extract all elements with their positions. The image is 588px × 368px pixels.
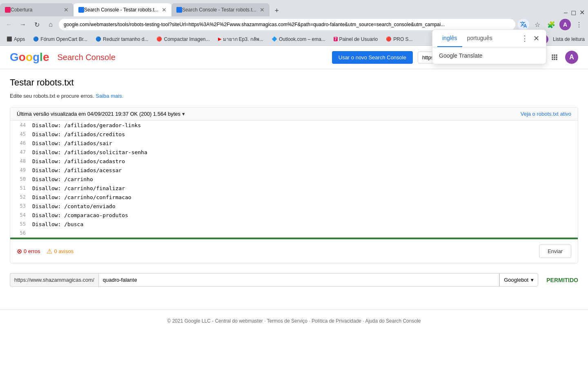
line-content: Allow: / bbox=[31, 239, 578, 240]
translate-body: Google Translate bbox=[432, 47, 546, 64]
youtube-icon: ▶ bbox=[218, 36, 221, 42]
code-lines: 44Disallow: /afiliados/gerador-links45Di… bbox=[10, 121, 578, 239]
translate-close-icon[interactable]: ✕ bbox=[532, 32, 541, 45]
bookmark-label: Reduzir tamanho d... bbox=[103, 36, 148, 42]
apps-icon: ⬛ bbox=[7, 36, 12, 42]
tab-close-icon[interactable]: ✕ bbox=[260, 7, 265, 13]
bookmark-label: มายาก Ep3. กลัพ... bbox=[223, 35, 263, 43]
line-content: Disallow: /comparacao-produtos bbox=[31, 212, 578, 218]
bookmark-apps[interactable]: ⬛ Apps bbox=[3, 36, 28, 43]
tab-ingles[interactable]: inglês bbox=[437, 30, 462, 47]
code-line: 46Disallow: /afiliados/sair bbox=[10, 139, 578, 148]
menu-icon[interactable]: ⋮ bbox=[573, 19, 585, 30]
version-text: Última versão visualizada em 04/09/2021 … bbox=[17, 111, 180, 117]
line-number: 56 bbox=[10, 230, 31, 236]
line-content: Disallow: /afiliados/gerador-links bbox=[31, 122, 578, 128]
line-number: 47 bbox=[10, 149, 31, 155]
translate-menu-icon[interactable]: ⋮ bbox=[519, 32, 530, 45]
user-agent-label: Googlebot bbox=[504, 277, 528, 283]
page-content: Google Search Console Usar o novo Search… bbox=[0, 46, 588, 357]
tab-portugues[interactable]: português bbox=[462, 30, 497, 47]
bookmark-icon[interactable]: ☆ bbox=[532, 19, 543, 30]
line-content: Disallow: /carrinho bbox=[31, 176, 578, 182]
maximize-icon[interactable]: ◻ bbox=[571, 9, 576, 16]
url-test-base: https://www.shazammagicas.com/ bbox=[10, 273, 98, 287]
warnings-indicator: ⚠ 0 avisos bbox=[47, 247, 74, 255]
tab-title: Search Console - Testar robots.t... bbox=[84, 7, 158, 13]
status-bar: ⊗ 0 erros ⚠ 0 avisos Enviar bbox=[10, 239, 578, 263]
bookmark-label: Fórum OpenCart Br... bbox=[40, 36, 87, 42]
code-line: 44Disallow: /afiliados/gerador-links bbox=[10, 121, 578, 130]
bookmark-forum[interactable]: 🔵 Fórum OpenCart Br... bbox=[30, 36, 91, 43]
outlook-icon: 🔷 bbox=[272, 36, 277, 42]
tab-search-console-1[interactable]: Search Console - Testar robots.t... ✕ bbox=[74, 3, 172, 16]
errors-indicator: ⊗ 0 erros bbox=[17, 247, 40, 255]
tab-favicon bbox=[176, 7, 182, 13]
reduzir-icon: 🔵 bbox=[96, 36, 101, 42]
reading-list-label[interactable]: Lista de leitura bbox=[553, 36, 585, 42]
bookmark-compactar[interactable]: 🔴 Compactar Imagen... bbox=[153, 36, 213, 43]
bookmark-label: PRO S... bbox=[393, 36, 412, 42]
line-content: Disallow: /afiliados/sair bbox=[31, 140, 578, 146]
profile-icon[interactable]: A bbox=[559, 19, 571, 30]
bookmark-youtube[interactable]: ▶ มายาก Ep3. กลัพ... bbox=[215, 34, 267, 44]
line-number: 46 bbox=[10, 140, 31, 146]
saiba-mais-link[interactable]: Saiba mais. bbox=[96, 93, 123, 99]
url-test-area: https://www.shazammagicas.com/ Googlebot… bbox=[10, 267, 578, 293]
apps-grid-icon[interactable] bbox=[549, 52, 560, 63]
home-button[interactable]: ⌂ bbox=[45, 19, 56, 30]
tab-title: Search Console - Testar robots.t... bbox=[182, 7, 256, 13]
warnings-count: 0 avisos bbox=[54, 248, 74, 254]
address-input[interactable] bbox=[59, 19, 515, 30]
line-content: Disallow: /busca bbox=[31, 221, 578, 227]
bookmark-pros[interactable]: 🔴 PRO S... bbox=[383, 36, 416, 43]
refresh-button[interactable]: ↻ bbox=[31, 19, 42, 30]
bookmark-label: Outlook.com – ema... bbox=[279, 36, 325, 42]
line-content: Disallow: /contato/enviado bbox=[31, 203, 578, 209]
bookmark-painel[interactable]: 7 Painel de Usuario bbox=[330, 36, 381, 43]
back-button[interactable]: ← bbox=[3, 19, 15, 30]
line-number: 53 bbox=[10, 203, 31, 209]
compactar-icon: 🔴 bbox=[156, 36, 162, 42]
bookmark-reduzir[interactable]: 🔵 Reduzir tamanho d... bbox=[92, 36, 151, 43]
url-test-input[interactable] bbox=[98, 273, 499, 287]
new-tab-button[interactable]: + bbox=[271, 5, 283, 16]
bookmark-label: Apps bbox=[14, 36, 25, 42]
code-line: 48Disallow: /afiliados/cadastro bbox=[10, 157, 578, 166]
chevron-down-icon: ▾ bbox=[531, 277, 534, 283]
line-number: 49 bbox=[10, 167, 31, 173]
robots-code-area: 44Disallow: /afiliados/gerador-links45Di… bbox=[10, 121, 578, 239]
tab-cobertura[interactable]: Cobertura ✕ bbox=[0, 3, 74, 16]
extensions-icon[interactable]: 🧩 bbox=[546, 19, 557, 30]
tab-title: Cobertura bbox=[11, 7, 60, 13]
line-content: Disallow: /afiliados/solicitar-senha bbox=[31, 149, 578, 155]
line-number: 50 bbox=[10, 176, 31, 182]
warning-icon: ⚠ bbox=[47, 247, 52, 255]
translate-icon[interactable] bbox=[518, 19, 529, 30]
close-window-icon[interactable]: ✕ bbox=[579, 9, 585, 16]
use-new-search-console-button[interactable]: Usar o novo Search Console bbox=[332, 51, 413, 64]
tab-close-icon[interactable]: ✕ bbox=[64, 7, 69, 13]
send-button[interactable]: Enviar bbox=[539, 245, 571, 258]
tab-close-icon[interactable]: ✕ bbox=[162, 7, 167, 13]
result-badge: PERMITIDO bbox=[546, 277, 578, 283]
tab-search-console-2[interactable]: Search Console - Testar robots.t... ✕ bbox=[172, 3, 270, 16]
line-content: Disallow: /afiliados/creditos bbox=[31, 131, 578, 137]
code-line: 56 bbox=[10, 229, 578, 238]
robots-version-info: Última versão visualizada em 04/09/2021 … bbox=[17, 111, 185, 117]
line-number: 52 bbox=[10, 194, 31, 200]
line-number: 55 bbox=[10, 221, 31, 227]
bookmark-outlook[interactable]: 🔷 Outlook.com – ema... bbox=[268, 36, 329, 43]
code-line: 49Disallow: /afiliados/acessar bbox=[10, 166, 578, 175]
user-agent-selector[interactable]: Googlebot ▾ bbox=[499, 273, 538, 287]
tab-favicon bbox=[78, 7, 84, 13]
view-active-robots-link[interactable]: Veja o robots.txt ativo bbox=[521, 111, 571, 117]
user-avatar[interactable]: A bbox=[565, 51, 578, 64]
minimize-icon[interactable]: – bbox=[564, 9, 568, 16]
painel-icon: 7 bbox=[334, 37, 338, 41]
code-line: ✓57Allow: / bbox=[10, 238, 578, 239]
line-content: Disallow: /afiliados/acessar bbox=[31, 167, 578, 173]
line-number: 48 bbox=[10, 158, 31, 164]
code-line: 52Disallow: /carrinho/confirmacao bbox=[10, 193, 578, 202]
forward-button[interactable]: → bbox=[17, 19, 29, 30]
